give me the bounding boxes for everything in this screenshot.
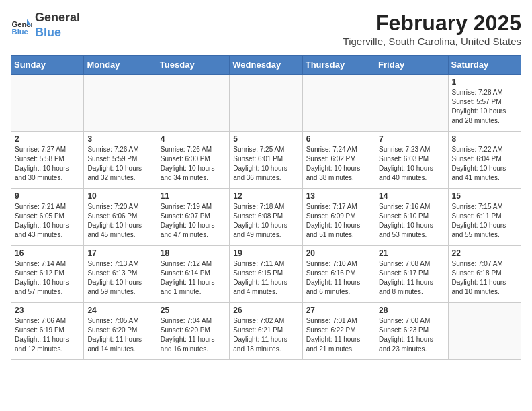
day-info: Sunrise: 7:25 AM Sunset: 6:01 PM Dayligh… [233,145,298,183]
day-info: Sunrise: 7:01 AM Sunset: 6:22 PM Dayligh… [306,316,371,354]
day-number: 13 [306,191,371,201]
weekday-sunday: Sunday [11,56,84,75]
day-number: 23 [15,306,80,315]
calendar-cell: 27Sunrise: 7:01 AM Sunset: 6:22 PM Dayli… [302,303,375,360]
calendar-cell: 28Sunrise: 7:00 AM Sunset: 6:23 PM Dayli… [375,303,448,360]
day-number: 24 [87,306,152,315]
calendar-week-4: 23Sunrise: 7:06 AM Sunset: 6:19 PM Dayli… [11,303,521,360]
day-number: 14 [379,191,444,201]
logo-icon: General Blue [11,15,32,36]
day-number: 7 [379,134,444,144]
calendar-cell: 7Sunrise: 7:23 AM Sunset: 6:03 PM Daylig… [375,132,448,189]
day-number: 9 [15,191,80,201]
calendar-week-0: 1Sunrise: 7:28 AM Sunset: 5:57 PM Daylig… [11,75,521,132]
logo-text: General Blue [35,11,80,40]
day-info: Sunrise: 7:17 AM Sunset: 6:09 PM Dayligh… [306,202,371,240]
calendar-cell: 19Sunrise: 7:11 AM Sunset: 6:15 PM Dayli… [230,246,302,303]
calendar-week-1: 2Sunrise: 7:27 AM Sunset: 5:58 PM Daylig… [11,132,521,189]
calendar-cell [11,75,84,132]
day-number: 27 [306,306,371,315]
day-number: 18 [161,248,226,258]
day-number: 4 [161,134,226,144]
day-number: 1 [452,77,517,87]
day-info: Sunrise: 7:07 AM Sunset: 6:18 PM Dayligh… [452,259,517,297]
day-number: 12 [233,191,298,201]
day-number: 19 [233,248,298,258]
calendar-cell: 26Sunrise: 7:02 AM Sunset: 6:21 PM Dayli… [230,303,302,360]
day-info: Sunrise: 7:06 AM Sunset: 6:19 PM Dayligh… [15,316,80,354]
day-info: Sunrise: 7:00 AM Sunset: 6:23 PM Dayligh… [379,316,444,354]
logo: General Blue General Blue [11,11,80,40]
calendar-cell [84,75,157,132]
day-number: 10 [87,191,152,201]
calendar-week-2: 9Sunrise: 7:21 AM Sunset: 6:05 PM Daylig… [11,189,521,246]
day-number: 21 [379,248,444,258]
day-info: Sunrise: 7:19 AM Sunset: 6:07 PM Dayligh… [161,202,226,240]
day-number: 16 [15,248,80,258]
weekday-monday: Monday [84,56,157,75]
calendar-cell: 10Sunrise: 7:20 AM Sunset: 6:06 PM Dayli… [84,189,157,246]
day-number: 22 [452,248,517,258]
day-info: Sunrise: 7:11 AM Sunset: 6:15 PM Dayligh… [233,259,298,297]
day-number: 28 [379,306,444,315]
calendar-cell: 2Sunrise: 7:27 AM Sunset: 5:58 PM Daylig… [11,132,84,189]
weekday-friday: Friday [375,56,448,75]
day-info: Sunrise: 7:08 AM Sunset: 6:17 PM Dayligh… [379,259,444,297]
svg-text:Blue: Blue [12,27,28,35]
calendar-cell: 5Sunrise: 7:25 AM Sunset: 6:01 PM Daylig… [230,132,302,189]
weekday-saturday: Saturday [448,56,521,75]
day-info: Sunrise: 7:04 AM Sunset: 6:20 PM Dayligh… [161,316,226,354]
calendar-cell [302,75,375,132]
calendar-cell: 25Sunrise: 7:04 AM Sunset: 6:20 PM Dayli… [157,303,229,360]
day-number: 20 [306,248,371,258]
calendar-cell: 18Sunrise: 7:12 AM Sunset: 6:14 PM Dayli… [157,246,229,303]
calendar-body: 1Sunrise: 7:28 AM Sunset: 5:57 PM Daylig… [11,75,521,360]
calendar-cell [448,303,521,360]
day-info: Sunrise: 7:10 AM Sunset: 6:16 PM Dayligh… [306,259,371,297]
day-info: Sunrise: 7:23 AM Sunset: 6:03 PM Dayligh… [379,145,444,183]
calendar-cell: 15Sunrise: 7:15 AM Sunset: 6:11 PM Dayli… [448,189,521,246]
weekday-thursday: Thursday [302,56,375,75]
weekday-wednesday: Wednesday [230,56,302,75]
calendar-cell: 3Sunrise: 7:26 AM Sunset: 5:59 PM Daylig… [84,132,157,189]
day-info: Sunrise: 7:27 AM Sunset: 5:58 PM Dayligh… [15,145,80,183]
day-info: Sunrise: 7:14 AM Sunset: 6:12 PM Dayligh… [15,259,80,297]
calendar-cell: 1Sunrise: 7:28 AM Sunset: 5:57 PM Daylig… [448,75,521,132]
calendar-cell: 8Sunrise: 7:22 AM Sunset: 6:04 PM Daylig… [448,132,521,189]
calendar-cell [157,75,229,132]
day-info: Sunrise: 7:28 AM Sunset: 5:57 PM Dayligh… [452,88,517,126]
location-title: Tigerville, South Carolina, United State… [343,36,521,47]
calendar-week-3: 16Sunrise: 7:14 AM Sunset: 6:12 PM Dayli… [11,246,521,303]
day-info: Sunrise: 7:02 AM Sunset: 6:21 PM Dayligh… [233,316,298,354]
day-number: 17 [87,248,152,258]
day-number: 5 [233,134,298,144]
day-info: Sunrise: 7:26 AM Sunset: 6:00 PM Dayligh… [161,145,226,183]
calendar-cell: 4Sunrise: 7:26 AM Sunset: 6:00 PM Daylig… [157,132,229,189]
header: General Blue General Blue February 2025 … [11,11,521,47]
day-info: Sunrise: 7:24 AM Sunset: 6:02 PM Dayligh… [306,145,371,183]
calendar-cell: 17Sunrise: 7:13 AM Sunset: 6:13 PM Dayli… [84,246,157,303]
day-info: Sunrise: 7:05 AM Sunset: 6:20 PM Dayligh… [87,316,152,354]
weekday-header-row: SundayMondayTuesdayWednesdayThursdayFrid… [11,56,521,75]
day-number: 25 [161,306,226,315]
day-info: Sunrise: 7:22 AM Sunset: 6:04 PM Dayligh… [452,145,517,183]
day-number: 15 [452,191,517,201]
calendar-cell: 22Sunrise: 7:07 AM Sunset: 6:18 PM Dayli… [448,246,521,303]
calendar-cell: 16Sunrise: 7:14 AM Sunset: 6:12 PM Dayli… [11,246,84,303]
title-block: February 2025 Tigerville, South Carolina… [343,11,521,47]
day-number: 2 [15,134,80,144]
calendar-cell: 14Sunrise: 7:16 AM Sunset: 6:10 PM Dayli… [375,189,448,246]
day-info: Sunrise: 7:16 AM Sunset: 6:10 PM Dayligh… [379,202,444,240]
day-number: 3 [87,134,152,144]
calendar-table: SundayMondayTuesdayWednesdayThursdayFrid… [11,55,521,360]
calendar-cell: 6Sunrise: 7:24 AM Sunset: 6:02 PM Daylig… [302,132,375,189]
day-number: 26 [233,306,298,315]
day-info: Sunrise: 7:13 AM Sunset: 6:13 PM Dayligh… [87,259,152,297]
day-info: Sunrise: 7:18 AM Sunset: 6:08 PM Dayligh… [233,202,298,240]
month-title: February 2025 [343,11,521,36]
calendar-cell: 9Sunrise: 7:21 AM Sunset: 6:05 PM Daylig… [11,189,84,246]
day-info: Sunrise: 7:26 AM Sunset: 5:59 PM Dayligh… [87,145,152,183]
calendar-cell: 23Sunrise: 7:06 AM Sunset: 6:19 PM Dayli… [11,303,84,360]
calendar-cell [230,75,302,132]
day-info: Sunrise: 7:21 AM Sunset: 6:05 PM Dayligh… [15,202,80,240]
